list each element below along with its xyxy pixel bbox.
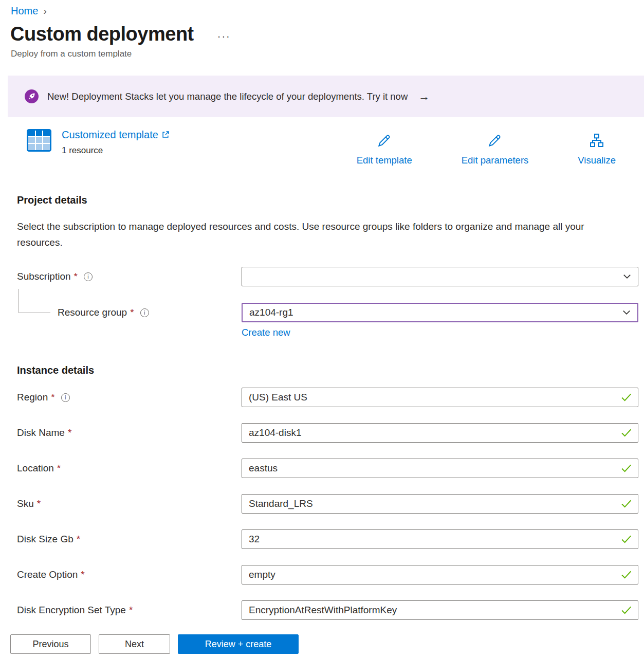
deployment-stacks-banner[interactable]: New! Deployment Stacks let you manage th… [8,76,644,117]
disk-encryption-input[interactable]: EncryptionAtRestWithPlatformKey [242,600,638,620]
chevron-down-icon [622,272,632,281]
info-icon[interactable]: i [61,393,70,402]
project-details-heading: Project details [0,194,644,206]
breadcrumb: Home › [0,0,644,17]
checkmark-icon [621,500,632,508]
template-link-label: Customized template [62,129,158,141]
edit-parameters-action[interactable]: Edit parameters [462,132,529,166]
breadcrumb-home-link[interactable]: Home [11,5,38,17]
project-details-form: Subscription * i Resource group * i [0,267,644,338]
disk-size-label: Disk Size Gb [17,534,73,545]
visualize-action[interactable]: Visualize [578,132,616,166]
disk-size-value: 32 [249,534,621,545]
sku-value: Standard_LRS [249,498,621,509]
location-label: Location [17,463,54,474]
edit-template-action[interactable]: Edit template [357,132,412,166]
sku-row: Sku * Standard_LRS [17,494,638,514]
instance-details-heading: Instance details [0,364,644,376]
region-row: Region * i (US) East US [17,388,638,407]
create-option-value: empty [249,569,621,580]
region-input[interactable]: (US) East US [242,388,638,407]
sku-input[interactable]: Standard_LRS [242,494,638,514]
template-icon [27,129,51,156]
required-asterisk: * [77,534,80,545]
template-resource-count: 1 resource [62,145,170,156]
resource-group-dropdown[interactable]: az104-rg1 [242,303,638,322]
disk-name-label-cell: Disk Name * [17,423,242,443]
banner-text: New! Deployment Stacks let you manage th… [47,91,408,102]
template-actions: Edit template Edit parameters [357,132,616,166]
instance-details-form: Region * i (US) East US Disk Name * az10… [0,388,644,620]
region-value: (US) East US [249,392,621,403]
checkmark-icon [621,429,632,437]
disk-size-row: Disk Size Gb * 32 [17,529,638,549]
custom-deployment-page: Home › Custom deployment ··· Deploy from… [0,0,644,620]
disk-name-label: Disk Name [17,427,65,438]
disk-encryption-label: Disk Encryption Set Type [17,605,126,616]
checkmark-icon [621,535,632,543]
resource-group-value: az104-rg1 [249,307,622,318]
previous-button[interactable]: Previous [10,634,91,654]
info-icon[interactable]: i [84,272,93,281]
disk-encryption-value: EncryptionAtRestWithPlatformKey [249,605,621,616]
create-option-label: Create Option [17,569,78,580]
project-details-description: Select the subscription to manage deploy… [0,218,604,250]
rocket-icon [25,89,39,103]
footer-bar: Previous Next Review + create [0,626,644,658]
checkmark-icon [621,606,632,614]
chevron-right-icon: › [43,5,47,17]
sku-label: Sku [17,498,34,509]
subscription-dropdown[interactable] [242,267,638,286]
next-button[interactable]: Next [99,634,170,654]
region-label-cell: Region * i [17,388,242,407]
location-label-cell: Location * [17,459,242,478]
external-link-icon [162,129,170,141]
page-title: Custom deployment [10,23,194,45]
required-asterisk: * [130,307,134,318]
required-asterisk: * [129,605,133,616]
chevron-down-icon [622,308,631,317]
checkmark-icon [621,393,632,401]
more-options-button[interactable]: ··· [217,30,231,42]
subscription-label-cell: Subscription * i [17,267,242,286]
info-icon[interactable]: i [140,308,149,317]
region-label: Region [17,392,48,403]
create-option-label-cell: Create Option * [17,565,242,584]
required-asterisk: * [51,392,54,403]
page-subtitle: Deploy from a custom template [0,49,644,59]
disk-size-label-cell: Disk Size Gb * [17,529,242,549]
required-asterisk: * [57,463,61,474]
create-new-link[interactable]: Create new [242,327,290,338]
title-row: Custom deployment ··· [0,23,644,45]
arrow-right-icon[interactable]: → [418,90,430,103]
create-new-row: Create new [17,327,638,338]
review-create-button[interactable]: Review + create [178,634,299,654]
resource-group-label-cell: Resource group * i [17,303,242,322]
subscription-label: Subscription [17,271,71,282]
checkmark-icon [621,464,632,472]
required-asterisk: * [81,569,84,580]
edit-parameters-label: Edit parameters [462,155,529,166]
location-input[interactable]: eastus [242,459,638,478]
required-asterisk: * [37,498,41,509]
disk-encryption-label-cell: Disk Encryption Set Type * [17,600,242,620]
subscription-row: Subscription * i [17,267,638,286]
create-option-row: Create Option * empty [17,565,638,584]
disk-size-input[interactable]: 32 [242,529,638,549]
resource-group-row: Resource group * i az104-rg1 [17,303,638,322]
edit-template-label: Edit template [357,155,412,166]
checkmark-icon [621,571,632,579]
disk-name-input[interactable]: az104-disk1 [242,423,638,443]
customized-template-link[interactable]: Customized template [62,129,170,141]
pencil-icon [376,132,393,151]
template-info: Customized template 1 resource [27,129,357,156]
pencil-icon [487,132,503,151]
disk-name-row: Disk Name * az104-disk1 [17,423,638,443]
template-row: Customized template 1 resource [27,129,616,166]
required-asterisk: * [74,271,78,282]
visualize-label: Visualize [578,155,616,166]
location-value: eastus [249,463,621,474]
create-option-input[interactable]: empty [242,565,638,584]
resource-group-label: Resource group [58,307,127,318]
sku-label-cell: Sku * [17,494,242,514]
